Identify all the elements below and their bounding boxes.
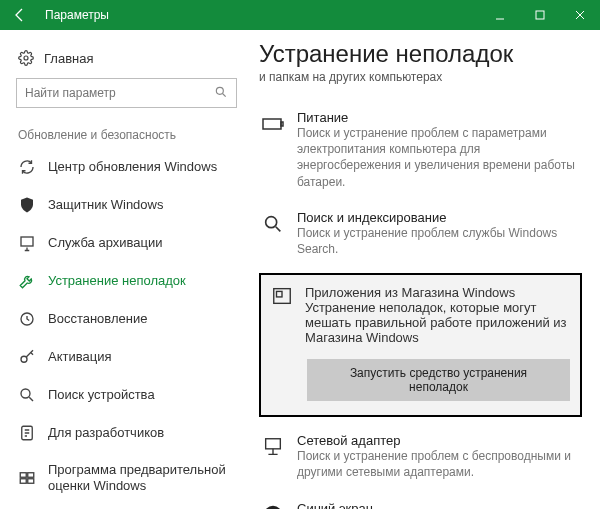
sidebar-item-recovery[interactable]: Восстановление [16,300,247,338]
sidebar-item-label: Служба архивации [48,235,163,251]
tile-desc: Поиск и устранение проблем с беспроводны… [297,448,578,480]
search-device-icon [18,386,36,404]
sidebar: Главная Обновление и безопасность Центр … [0,30,255,509]
maximize-button[interactable] [520,0,560,30]
sidebar-item-label: Активация [48,349,111,365]
run-troubleshooter-button[interactable]: Запустить средство устранения неполадок [307,359,570,401]
sidebar-item-label: Поиск устройства [48,387,155,403]
svg-point-5 [21,356,27,362]
sidebar-item-label: Защитник Windows [48,197,163,213]
tile-title: Питание [297,110,578,125]
sidebar-item-insider[interactable]: Программа предварительной оценки Windows [16,452,247,505]
page-subtitle: и папкам на других компьютерах [259,70,582,84]
sidebar-item-label: Устранение неполадок [48,273,186,289]
shield-icon [18,196,36,214]
svg-rect-0 [536,11,544,19]
svg-rect-16 [277,292,283,298]
svg-point-1 [24,56,28,60]
tile-title: Приложения из Магазина Windows [305,285,570,300]
store-icon [271,285,293,345]
search-input[interactable] [25,86,214,100]
svg-rect-13 [281,122,283,126]
tile-title: Поиск и индексирование [297,210,578,225]
troubleshoot-tile-power[interactable]: Питание Поиск и устранение проблем с пар… [259,102,582,202]
tile-title: Сетевой адаптер [297,433,578,448]
page-title: Устранение неполадок [259,40,582,68]
gear-icon [18,50,34,66]
sidebar-item-find-device[interactable]: Поиск устройства [16,376,247,414]
refresh-icon [18,158,36,176]
sidebar-item-defender[interactable]: Защитник Windows [16,186,247,224]
troubleshoot-tile-search[interactable]: Поиск и индексирование Поиск и устранени… [259,202,582,269]
backup-icon [18,234,36,252]
sidebar-item-label: Восстановление [48,311,147,327]
sidebar-item-windows-update[interactable]: Центр обновления Windows [16,148,247,186]
svg-rect-17 [266,439,281,449]
svg-rect-9 [28,473,34,478]
svg-point-6 [21,389,30,398]
minimize-button[interactable] [480,0,520,30]
sidebar-item-label: Программа предварительной оценки Windows [48,462,243,495]
tile-desc: Поиск и устранение проблем службы Window… [297,225,578,257]
search-box[interactable] [16,78,237,108]
sidebar-item-backup[interactable]: Служба архивации [16,224,247,262]
sidebar-item-activation[interactable]: Активация [16,338,247,376]
sidebar-item-label: Для разработчиков [48,425,164,441]
back-button[interactable] [0,0,40,30]
network-icon [261,435,285,459]
svg-point-18 [264,505,282,509]
troubleshoot-tile-bluescreen[interactable]: Синий экран Устранение ошибок, вызывающи… [259,493,582,510]
troubleshoot-tile-network[interactable]: Сетевой адаптер Поиск и устранение пробл… [259,425,582,492]
svg-point-14 [266,216,277,227]
home-label: Главная [44,51,93,66]
svg-rect-3 [21,237,33,246]
svg-rect-11 [28,479,34,484]
error-icon [261,503,285,510]
sidebar-item-troubleshoot[interactable]: Устранение неполадок [16,262,247,300]
svg-rect-10 [20,479,26,484]
svg-rect-8 [20,473,26,478]
main-panel: Устранение неполадок и папкам на других … [255,30,600,509]
key-icon [18,348,36,366]
titlebar: Параметры [0,0,600,30]
tile-desc: Устранение неполадок, которые могут меша… [305,300,570,345]
search-icon [261,212,285,236]
sidebar-item-developers[interactable]: Для разработчиков [16,414,247,452]
battery-icon [261,112,285,136]
insider-icon [18,469,36,487]
close-button[interactable] [560,0,600,30]
home-button[interactable]: Главная [16,44,247,76]
svg-point-2 [216,87,223,94]
svg-rect-12 [263,119,281,129]
troubleshoot-tile-store-apps[interactable]: Приложения из Магазина Windows Устранени… [259,273,582,417]
search-icon [214,85,228,102]
nav-list: Центр обновления Windows Защитник Window… [16,148,247,505]
section-title: Обновление и безопасность [16,122,247,146]
tile-desc: Поиск и устранение проблем с параметрами… [297,125,578,190]
window-title: Параметры [40,8,480,22]
tile-title: Синий экран [297,501,578,510]
sidebar-item-label: Центр обновления Windows [48,159,217,175]
developer-icon [18,424,36,442]
window-controls [480,0,600,30]
history-icon [18,310,36,328]
wrench-icon [18,272,36,290]
